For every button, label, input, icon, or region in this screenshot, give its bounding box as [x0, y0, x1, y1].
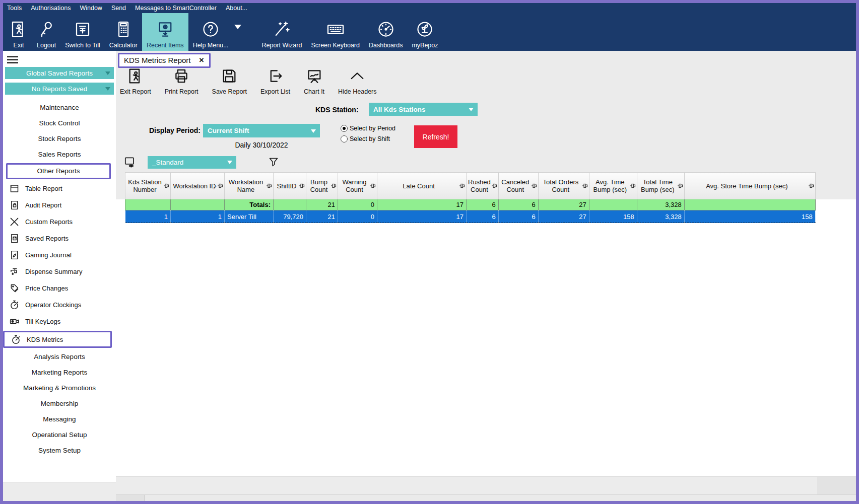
- menu-tools[interactable]: Tools: [7, 5, 22, 12]
- sidebar-item-other-reports[interactable]: Other Reports: [8, 165, 109, 178]
- column-header-rushed-count[interactable]: Rushed Count: [467, 173, 499, 199]
- report-wizard-button[interactable]: Report Wizard: [257, 13, 307, 51]
- grid-layout-row: _Standard: [123, 156, 280, 169]
- help-menu-button[interactable]: Help Menu...: [188, 13, 233, 51]
- menu-send[interactable]: Send: [111, 5, 126, 12]
- sidebar-item-gaming-journal[interactable]: Gaming Journal: [3, 247, 116, 263]
- column-header-late-count[interactable]: Late Count: [377, 173, 467, 199]
- view-layout-button[interactable]: [123, 156, 137, 169]
- horizontal-scrollbar[interactable]: [116, 494, 856, 501]
- no-reports-saved-dropdown[interactable]: No Reports Saved: [5, 83, 114, 95]
- sidebar-item-sales-reports[interactable]: Sales Reports: [3, 147, 116, 162]
- pin-icon[interactable]: [459, 183, 465, 189]
- exit-button[interactable]: Exit: [5, 13, 32, 51]
- exit-report-button[interactable]: Exit Report: [120, 67, 151, 95]
- pin-icon[interactable]: [331, 183, 337, 189]
- calculator-button[interactable]: Calculator: [105, 13, 142, 51]
- sidebar-item-stock-control[interactable]: Stock Control: [3, 115, 116, 131]
- column-header-bump-count[interactable]: Bump Count: [306, 173, 338, 199]
- screen-keyboard-button[interactable]: Screen Keyboard: [306, 13, 364, 51]
- menu-window[interactable]: Window: [80, 5, 102, 12]
- save-report-button[interactable]: Save Report: [212, 67, 247, 95]
- sidebar-item-kds-metrics[interactable]: KDS Metrics: [5, 332, 110, 346]
- sidebar-item-label: Price Changes: [25, 284, 68, 292]
- column-header-workstation-name[interactable]: Workstation Name: [225, 173, 274, 199]
- tab-kds-metrics-report[interactable]: KDS Metrics Report ✕: [118, 53, 211, 68]
- menu-about[interactable]: About...: [226, 5, 247, 12]
- hamburger-menu-icon[interactable]: [7, 56, 18, 63]
- sidebar-item-system-setup[interactable]: System Setup: [3, 443, 116, 458]
- select-by-period-radio[interactable]: Select by Period: [341, 125, 395, 132]
- pin-icon[interactable]: [491, 183, 497, 189]
- column-header-shiftid[interactable]: ShiftID: [274, 173, 306, 199]
- toolbar-label: Dashboards: [369, 42, 403, 49]
- cell-total-time-bump: 3,328: [637, 210, 684, 223]
- pin-icon[interactable]: [163, 183, 169, 189]
- help-menu-dropdown-arrow-icon[interactable]: [234, 25, 241, 33]
- filter-funnel-button[interactable]: [268, 156, 280, 168]
- sidebar-item-marketing-reports[interactable]: Marketing Reports: [3, 365, 116, 380]
- journal-pen-icon: [9, 250, 20, 260]
- column-header-kds-station-number[interactable]: Kds Station Number: [125, 173, 171, 199]
- dashboards-button[interactable]: Dashboards: [364, 13, 407, 51]
- column-header-avg-store-time-bump[interactable]: Avg. Store Time Bump (sec): [684, 173, 815, 199]
- sidebar-item-operational-setup[interactable]: Operational Setup: [3, 427, 116, 443]
- pin-icon[interactable]: [677, 183, 683, 189]
- pin-icon[interactable]: [266, 183, 272, 189]
- pin-icon[interactable]: [630, 183, 636, 189]
- sidebar-item-marketing-promotions[interactable]: Marketing & Promotions: [3, 380, 116, 396]
- print-report-button[interactable]: Print Report: [165, 67, 199, 95]
- display-period-dropdown[interactable]: Current Shift: [203, 124, 320, 137]
- pin-icon[interactable]: [582, 183, 588, 189]
- sidebar-item-saved-reports[interactable]: Saved Reports: [3, 230, 116, 247]
- sidebar-item-audit-report[interactable]: Audit Report: [3, 197, 116, 213]
- column-header-canceled-count[interactable]: Canceled Count: [498, 173, 538, 199]
- logout-button[interactable]: Logout: [32, 13, 60, 51]
- sidebar-item-messaging[interactable]: Messaging: [3, 411, 116, 427]
- sidebar-item-till-keylogs[interactable]: Till KeyLogs: [3, 313, 116, 330]
- sidebar-item-label: Operator Clockings: [25, 301, 81, 309]
- chevron-down-icon: [105, 87, 110, 93]
- pin-icon[interactable]: [217, 183, 223, 189]
- column-header-warning-count[interactable]: Warning Count: [338, 173, 377, 199]
- sidebar-item-maintenance[interactable]: Maintenance: [3, 100, 116, 115]
- totals-cell: 21: [306, 199, 338, 210]
- sidebar-item-stock-reports[interactable]: Stock Reports: [3, 131, 116, 147]
- kds-station-dropdown[interactable]: All Kds Stations: [369, 103, 478, 116]
- export-list-button[interactable]: Export List: [260, 67, 290, 95]
- refresh-button[interactable]: Refresh!: [414, 125, 457, 148]
- column-header-avg-time-bump[interactable]: Avg. Time Bump (sec): [589, 173, 637, 199]
- global-saved-reports-dropdown[interactable]: Global Saved Reports: [5, 67, 114, 79]
- question-circle-icon: [202, 18, 220, 40]
- scrollbar-thumb[interactable]: [116, 495, 145, 501]
- layout-preset-dropdown[interactable]: _Standard: [148, 156, 236, 169]
- column-header-total-orders-count[interactable]: Total Orders Count: [538, 173, 589, 199]
- menu-authorisations[interactable]: Authorisations: [31, 5, 71, 12]
- pin-icon[interactable]: [370, 183, 376, 189]
- cell-avg-time-bump: 158: [589, 210, 637, 223]
- table-row-server-till[interactable]: 1 1 Server Till 79,720 21 0 17 6 6 27 15…: [125, 210, 816, 223]
- menu-messages-to-smartcontroller[interactable]: Messages to SmartController: [135, 5, 217, 12]
- close-icon[interactable]: ✕: [199, 56, 205, 64]
- switch-to-till-button[interactable]: Switch to Till: [60, 13, 104, 51]
- column-header-total-time-bump[interactable]: Total Time Bump (sec): [637, 173, 684, 199]
- sidebar-item-price-changes[interactable]: Price Changes: [3, 280, 116, 297]
- sidebar-item-analysis-reports[interactable]: Analysis Reports: [3, 349, 116, 365]
- sidebar-item-membership[interactable]: Membership: [3, 396, 116, 411]
- sidebar-item-table-report[interactable]: Table Report: [3, 180, 116, 197]
- recent-items-button[interactable]: Recent Items: [142, 13, 188, 51]
- pin-icon[interactable]: [299, 183, 305, 189]
- pin-icon[interactable]: [808, 183, 814, 189]
- totals-cell: 3,328: [637, 199, 684, 210]
- sidebar-item-operator-clockings[interactable]: Operator Clockings: [3, 297, 116, 313]
- column-header-workstation-id[interactable]: Workstation ID⟋: [171, 173, 225, 199]
- chart-it-button[interactable]: Chart It: [304, 67, 324, 95]
- select-by-shift-radio[interactable]: Select by Shift: [341, 135, 395, 142]
- sidebar-item-dispense-summary[interactable]: Dispense Summary: [3, 263, 116, 280]
- pin-icon[interactable]: [531, 183, 537, 189]
- mybepoz-button[interactable]: myBepoz: [407, 13, 442, 51]
- sidebar-item-custom-reports[interactable]: Custom Reports: [3, 213, 116, 230]
- monitor-eye-icon: [156, 18, 174, 40]
- hide-headers-button[interactable]: Hide Headers: [338, 67, 376, 95]
- calculator-icon: [114, 18, 133, 40]
